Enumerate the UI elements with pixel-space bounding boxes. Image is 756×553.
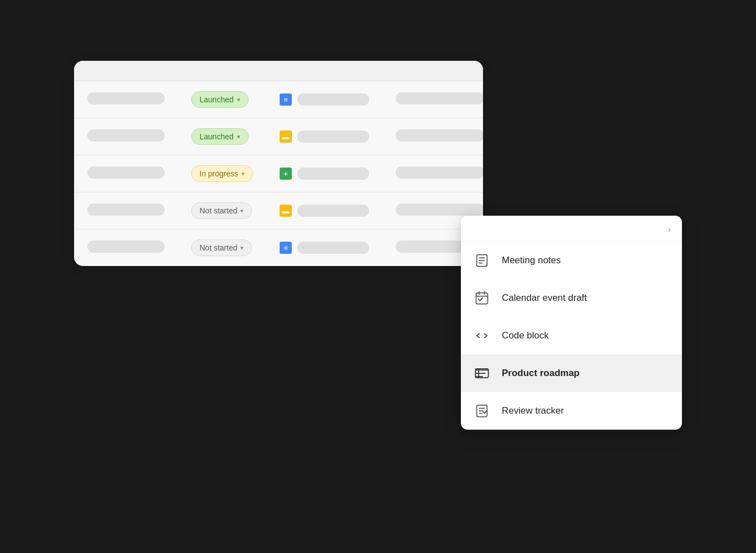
status-chevron-icon: ▾	[240, 244, 244, 252]
status-label: Not started	[200, 206, 237, 215]
table-row: Not started▾≡	[74, 229, 483, 267]
table-row: Launched▾▬	[74, 118, 483, 155]
data-table: Launched▾≡Launched▾▬In progress▾+Not sta…	[74, 61, 483, 266]
project-placeholder	[87, 204, 165, 216]
file-placeholder	[297, 131, 369, 143]
project-cell	[74, 192, 178, 229]
dropdown-item-review-tracker[interactable]: Review tracker	[461, 392, 682, 430]
status-chevron-icon: ▾	[240, 207, 244, 215]
project-placeholder	[87, 92, 165, 105]
status-chevron-icon: ▾	[237, 96, 240, 103]
status-chevron-icon: ▾	[237, 133, 240, 140]
dropdown-item-calendar-event-draft[interactable]: Calendar event draft	[461, 279, 682, 317]
table-row: In progress▾+	[74, 155, 483, 192]
notes-placeholder	[396, 129, 483, 142]
related-files-cell: ≡	[266, 229, 382, 267]
col-status	[178, 61, 266, 81]
status-label: Not started	[200, 243, 237, 252]
project-placeholder	[87, 129, 165, 142]
status-label: Launched	[200, 132, 234, 141]
review-tracker-icon	[472, 401, 492, 421]
col-notes	[382, 61, 483, 81]
chevron-right-icon[interactable]: ›	[668, 225, 671, 234]
scene: Launched▾≡Launched▾▬In progress▾+Not sta…	[74, 61, 682, 492]
notes-cell	[382, 118, 483, 155]
file-placeholder	[297, 93, 369, 106]
related-files-cell: +	[266, 155, 382, 192]
meeting-notes-icon	[472, 251, 492, 270]
project-cell	[74, 118, 178, 155]
project-placeholder	[87, 166, 165, 179]
project-cell	[74, 155, 178, 192]
notes-placeholder	[396, 204, 483, 216]
notes-cell	[382, 81, 483, 118]
file-icon-blue: ≡	[280, 242, 292, 254]
notes-cell	[382, 155, 483, 192]
file-icon-yellow: ▬	[280, 131, 292, 143]
status-cell: In progress▾	[178, 155, 266, 192]
file-cell: ≡	[280, 242, 369, 254]
status-label: In progress	[200, 169, 238, 178]
file-icon-green: +	[280, 168, 292, 180]
status-cell: Not started▾	[178, 229, 266, 267]
dropdown-item-product-roadmap[interactable]: Product roadmap	[461, 354, 682, 392]
col-related-files	[266, 61, 382, 81]
calendar-event-draft-label: Calendar event draft	[502, 293, 587, 304]
file-placeholder	[297, 205, 369, 217]
code-block-icon	[472, 326, 492, 346]
calendar-event-draft-icon	[472, 288, 492, 308]
file-cell: ▬	[280, 131, 369, 143]
status-badge-launched[interactable]: Launched▾	[191, 128, 249, 145]
status-badge-in-progress[interactable]: In progress▾	[191, 165, 253, 182]
notes-placeholder	[396, 166, 483, 179]
file-placeholder	[297, 242, 369, 254]
file-cell: +	[280, 168, 369, 180]
code-block-label: Code block	[502, 330, 549, 341]
project-cell	[74, 81, 178, 118]
review-tracker-label: Review tracker	[502, 405, 564, 416]
related-files-cell: ≡	[266, 81, 382, 118]
dropdown-menu: › Meeting notesCalendar event draftCode …	[461, 216, 682, 430]
project-cell	[74, 229, 178, 267]
status-badge-not-started[interactable]: Not started▾	[191, 202, 252, 219]
dropdown-header: ›	[461, 216, 682, 242]
file-placeholder	[297, 168, 369, 180]
file-cell: ▬	[280, 205, 369, 217]
project-placeholder	[87, 241, 165, 253]
status-badge-launched[interactable]: Launched▾	[191, 91, 249, 108]
col-project	[74, 61, 178, 81]
product-roadmap-label: Product roadmap	[502, 368, 580, 379]
meeting-notes-label: Meeting notes	[502, 255, 561, 266]
status-chevron-icon: ▾	[242, 170, 245, 178]
table-card: Launched▾≡Launched▾▬In progress▾+Not sta…	[74, 61, 483, 266]
status-label: Launched	[200, 95, 234, 104]
status-badge-not-started[interactable]: Not started▾	[191, 239, 252, 256]
dropdown-item-meeting-notes[interactable]: Meeting notes	[461, 242, 682, 279]
related-files-cell: ▬	[266, 118, 382, 155]
status-cell: Launched▾	[178, 81, 266, 118]
file-cell: ≡	[280, 93, 369, 106]
status-cell: Launched▾	[178, 118, 266, 155]
status-cell: Not started▾	[178, 192, 266, 229]
file-icon-yellow: ▬	[280, 205, 292, 217]
dropdown-item-code-block[interactable]: Code block	[461, 317, 682, 354]
dropdown-items: Meeting notesCalendar event draftCode bl…	[461, 242, 682, 430]
table-row: Not started▾▬	[74, 192, 483, 229]
product-roadmap-icon	[472, 363, 492, 383]
table-row: Launched▾≡	[74, 81, 483, 118]
related-files-cell: ▬	[266, 192, 382, 229]
notes-placeholder	[396, 92, 483, 105]
file-icon-blue: ≡	[280, 93, 292, 106]
